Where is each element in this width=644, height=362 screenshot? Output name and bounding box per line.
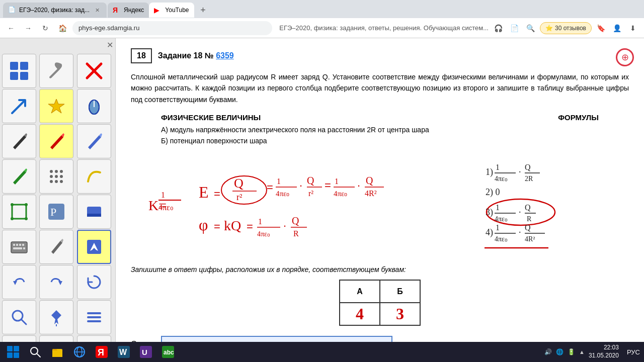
tool-pen-black-btn[interactable] xyxy=(2,124,36,158)
tool-eraser-btn[interactable] xyxy=(77,195,111,229)
tray-battery: 🔋 xyxy=(568,348,575,355)
answer-table-wrap: А Б 4 3 xyxy=(131,280,629,326)
address-input[interactable] xyxy=(72,21,272,35)
svg-point-22 xyxy=(11,217,14,220)
taskbar-date-display: 31.05.2020 xyxy=(589,352,619,360)
tool-curve-btn[interactable] xyxy=(77,159,111,194)
svg-point-14 xyxy=(55,175,58,178)
explorer-btn[interactable] xyxy=(48,343,66,361)
taskbar-time-display: 22:03 xyxy=(589,344,619,352)
svg-text:·: · xyxy=(357,179,360,192)
bookmark-icon[interactable]: 🔖 xyxy=(594,21,608,35)
tool-close-btn[interactable] xyxy=(77,54,111,88)
yandex-taskbar-btn[interactable]: Я xyxy=(93,343,111,361)
svg-point-21 xyxy=(25,203,28,206)
svg-text:φ: φ xyxy=(199,216,208,234)
reader-icon[interactable]: 📄 xyxy=(508,21,522,35)
svg-text:·: · xyxy=(519,227,521,237)
physics-handwriting-area: K= 1 4πε₀ E = Q r² = 1 4πε₀ xyxy=(131,150,629,260)
home-button[interactable]: 🏠 xyxy=(55,21,69,35)
tool-book-btn[interactable]: book xyxy=(2,335,36,342)
tab-yandex[interactable]: Я Яндекс xyxy=(108,3,149,18)
back-button[interactable]: ← xyxy=(4,21,18,35)
start-button[interactable] xyxy=(4,343,22,361)
forward-button[interactable]: → xyxy=(21,21,35,35)
tray-icon-sound[interactable]: 🔊 xyxy=(544,348,552,355)
columns-header: ФИЗИЧЕСКИЕ ВЕЛИЧИНЫ ФОРМУЛЫ xyxy=(131,113,629,122)
tool-settings2-btn[interactable] xyxy=(77,335,111,342)
download-icon[interactable]: ⬇ xyxy=(626,21,640,35)
answer-label-row: Ответ: xyxy=(131,336,629,342)
tool-keyboard-btn[interactable] xyxy=(2,230,36,264)
new-tab-button[interactable]: + xyxy=(196,3,210,17)
find-icon[interactable]: 🔍 xyxy=(524,21,538,35)
tool-search-btn[interactable] xyxy=(2,300,36,334)
app2-taskbar-btn[interactable]: abc xyxy=(159,343,177,361)
svg-text:E: E xyxy=(199,183,209,201)
tool-arrow-btn[interactable] xyxy=(2,89,36,123)
item-a: А) модуль напряжённости электрического п… xyxy=(131,126,629,134)
tool-pen-green-btn[interactable] xyxy=(2,159,36,194)
tool-refresh-btn[interactable] xyxy=(77,265,111,299)
svg-text:4πε₀: 4πε₀ xyxy=(158,203,173,212)
tool-star-btn[interactable] xyxy=(39,89,73,123)
tool-menu-btn[interactable] xyxy=(77,300,111,334)
tool-wrench-btn[interactable] xyxy=(39,54,73,88)
language-label: РУС xyxy=(627,348,640,356)
svg-rect-29 xyxy=(13,244,15,246)
tab-favicon-ege: 📄 xyxy=(8,6,16,14)
svg-text:4R²: 4R² xyxy=(365,189,377,198)
toolbar-grid: P xyxy=(0,52,115,342)
svg-text:=: = xyxy=(247,220,253,233)
tool-mouse-btn[interactable] xyxy=(77,89,111,123)
answer-input[interactable] xyxy=(161,336,392,342)
tool-redo-btn[interactable] xyxy=(39,265,73,299)
left-toolbar: ✕ xyxy=(0,38,116,342)
svg-text:=: = xyxy=(325,179,331,192)
tool-undo-btn[interactable] xyxy=(2,265,36,299)
system-tray: 🔊 🌐 🔋 ▲ xyxy=(544,348,585,355)
page-title-display: ЕГЭ–2020, физика: задания, ответы, решен… xyxy=(279,24,489,32)
table-answer-a: 4 xyxy=(340,303,380,325)
app1-taskbar-btn[interactable]: U xyxy=(137,343,155,361)
address-bar: ← → ↻ 🏠 ЕГЭ–2020, физика: задания, ответ… xyxy=(0,18,644,38)
tab-youtube[interactable]: ▶ YouTube xyxy=(149,3,194,18)
svg-rect-31 xyxy=(19,244,21,246)
tool-chart-btn[interactable] xyxy=(39,335,73,342)
browser-taskbar-btn[interactable] xyxy=(70,343,89,361)
svg-text:=: = xyxy=(267,181,273,194)
headphones-icon[interactable]: 🎧 xyxy=(492,21,506,35)
tool-dots-btn[interactable] xyxy=(39,159,73,194)
word-taskbar-btn[interactable]: W xyxy=(115,343,133,361)
svg-text:4πε₀: 4πε₀ xyxy=(257,230,270,238)
svg-text:=: = xyxy=(214,220,220,233)
tool-pen-blue-btn[interactable] xyxy=(77,124,111,158)
svg-text:r²: r² xyxy=(308,189,313,198)
tool-frame-btn[interactable] xyxy=(2,195,36,229)
svg-rect-2 xyxy=(10,72,18,80)
browser-toolbar-icons: 🎧 📄 🔍 ⭐ 30 отзывов 🔖 👤 ⬇ xyxy=(492,21,640,35)
svg-text:4): 4) xyxy=(486,227,493,238)
svg-rect-30 xyxy=(16,244,18,246)
task18-link[interactable]: 6359 xyxy=(216,51,234,60)
tab-title-yandex: Яндекс xyxy=(124,7,144,14)
refresh-button[interactable]: ↻ xyxy=(38,21,52,35)
tool-select-btn[interactable] xyxy=(77,230,111,264)
reviews-button[interactable]: ⭐ 30 отзывов xyxy=(540,22,592,34)
tool-pen2-btn[interactable] xyxy=(39,230,73,264)
tool-grid-btn[interactable] xyxy=(2,54,36,88)
tab-title-ege: ЕГЭ–2020, физика: зад... xyxy=(19,7,90,14)
tray-icon-network[interactable]: 🌐 xyxy=(556,348,564,355)
profile-icon[interactable]: 👤 xyxy=(610,21,624,35)
tool-pin-btn[interactable] xyxy=(39,300,73,334)
svg-text:=: = xyxy=(214,188,220,200)
svg-rect-33 xyxy=(13,247,22,249)
language-indicator: РУС xyxy=(627,348,640,356)
tab-close-ege[interactable]: ✕ xyxy=(94,6,102,14)
tool-pointer-btn[interactable]: P xyxy=(39,195,73,229)
lifebelt-icon[interactable]: ⊕ xyxy=(616,48,634,66)
tab-ege[interactable]: 📄 ЕГЭ–2020, физика: зад... ✕ xyxy=(3,3,107,18)
tool-pen-red-btn[interactable] xyxy=(39,124,73,158)
search-taskbar-btn[interactable] xyxy=(26,343,44,361)
toolbar-close-icon[interactable]: ✕ xyxy=(107,40,113,50)
